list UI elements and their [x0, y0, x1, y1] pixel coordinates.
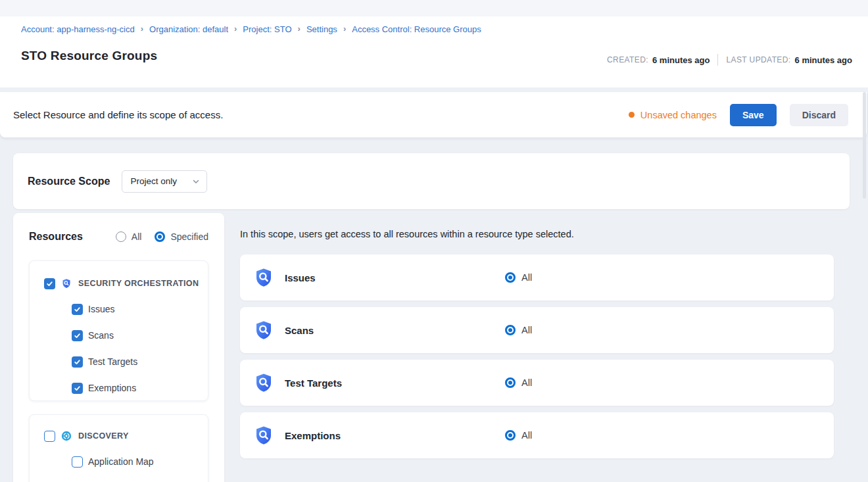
breadcrumb-organization[interactable]: Organization: default — [149, 24, 228, 34]
resource-row-label: Issues — [285, 272, 316, 283]
group-label: SECURITY ORCHESTRATION — [78, 279, 199, 288]
scrollbar-thumb[interactable] — [863, 92, 866, 199]
scope-note: In this scope, users get access to all r… — [240, 229, 834, 239]
save-button[interactable]: Save — [730, 104, 777, 126]
chevron-right-icon: › — [234, 24, 237, 34]
access-radio-all[interactable]: All — [505, 430, 532, 441]
resources-title: Resources — [29, 231, 83, 243]
chevron-right-icon: › — [298, 24, 301, 34]
checkbox-scans[interactable] — [72, 330, 83, 341]
resources-mode-radio-group: All Specified — [116, 231, 208, 242]
tree-item-exemptions[interactable]: Exemptions — [30, 375, 208, 401]
divider — [717, 54, 718, 66]
unsaved-changes-label: Unsaved changes — [640, 110, 717, 120]
top-strip — [0, 0, 868, 16]
resource-row-scans: Scans All — [240, 307, 834, 353]
shield-search-icon — [61, 278, 72, 289]
breadcrumb-project[interactable]: Project: STO — [243, 24, 291, 34]
checkbox-security-orchestration[interactable] — [44, 278, 55, 289]
tree-group-discovery[interactable]: DISCOVERY — [30, 423, 208, 448]
resource-row-label: Scans — [285, 325, 314, 336]
tree-item-test-targets[interactable]: Test Targets — [30, 349, 208, 375]
last-updated-label: LAST UPDATED: — [726, 55, 790, 64]
resource-row-test-targets: Test Targets All — [240, 360, 834, 406]
breadcrumb-account[interactable]: Account: app-harness-ng-cicd — [21, 24, 135, 34]
radio-option-specified[interactable]: Specified — [155, 231, 208, 242]
resources-panel-header: Resources All Specified — [13, 213, 224, 243]
chevron-right-icon: › — [141, 24, 143, 34]
breadcrumb: Account: app-harness-ng-cicd › Organizat… — [21, 24, 481, 34]
created-value: 6 minutes ago — [652, 55, 710, 65]
access-all-label: All — [521, 325, 532, 335]
shield-search-icon — [253, 267, 274, 288]
breadcrumb-settings[interactable]: Settings — [306, 24, 337, 34]
radar-icon — [61, 431, 72, 441]
access-all-label: All — [521, 377, 532, 388]
resource-row-exemptions: Exemptions All — [240, 412, 834, 458]
radio-all-label: All — [132, 231, 142, 242]
radio-unselected-icon[interactable] — [116, 231, 126, 242]
resource-group-card-security-orchestration: SECURITY ORCHESTRATION Issues Scans Test… — [29, 260, 208, 401]
resource-scope-selected-value: Project only — [130, 176, 177, 186]
radio-selected-icon[interactable] — [155, 231, 165, 242]
tree-item-issues[interactable]: Issues — [30, 296, 208, 322]
resource-row-label: Test Targets — [285, 377, 342, 389]
tree-item-application-map[interactable]: Application Map — [30, 448, 208, 475]
chevron-down-icon — [192, 178, 200, 185]
checkbox-issues[interactable] — [72, 304, 83, 315]
resources-panel: Resources All Specified — [13, 213, 224, 482]
toolbar-actions: Unsaved changes Save Discard — [629, 104, 848, 126]
shield-search-icon — [253, 425, 274, 446]
resource-access-list: In this scope, users get access to all r… — [240, 213, 834, 465]
chevron-right-icon: › — [343, 24, 346, 34]
page-header: Account: app-harness-ng-cicd › Organizat… — [0, 16, 868, 87]
access-radio-all[interactable]: All — [505, 325, 532, 335]
tree-item-label: Exemptions — [88, 383, 136, 393]
created-label: CREATED: — [607, 55, 648, 64]
tree-group-security-orchestration[interactable]: SECURITY ORCHESTRATION — [30, 271, 208, 296]
toolbar: Select Resource and define its scope of … — [0, 92, 867, 137]
breadcrumb-access-control[interactable]: Access Control: Resource Groups — [352, 24, 481, 34]
resource-row-label: Exemptions — [285, 430, 341, 441]
tree-item-label: Issues — [88, 304, 114, 314]
resource-scope-dropdown[interactable]: Project only — [122, 170, 207, 193]
shield-search-icon — [253, 320, 274, 341]
radio-specified-label: Specified — [170, 231, 208, 242]
shield-search-icon — [253, 372, 274, 393]
checkbox-test-targets[interactable] — [72, 356, 83, 368]
tree-item-scans[interactable]: Scans — [30, 322, 208, 349]
access-all-label: All — [521, 430, 532, 441]
unsaved-changes-status: Unsaved changes — [629, 110, 717, 120]
page-title: STO Resource Groups — [21, 49, 157, 63]
radio-option-all[interactable]: All — [116, 231, 142, 242]
access-radio-all[interactable]: All — [505, 272, 532, 283]
tree-item-label: Test Targets — [88, 356, 137, 367]
tree-item-label: Application Map — [88, 456, 154, 467]
unsaved-dot-icon — [629, 112, 635, 118]
tree-item-label: Scans — [88, 330, 114, 341]
radio-selected-icon[interactable] — [505, 325, 516, 335]
toolbar-description: Select Resource and define its scope of … — [13, 109, 223, 120]
checkbox-application-map[interactable] — [72, 456, 83, 468]
radio-selected-icon[interactable] — [505, 272, 516, 283]
access-all-label: All — [521, 272, 532, 283]
radio-selected-icon[interactable] — [505, 430, 516, 441]
radio-selected-icon[interactable] — [505, 377, 516, 388]
timestamps: CREATED: 6 minutes ago LAST UPDATED: 6 m… — [607, 54, 852, 66]
resource-scope-card: Resource Scope Project only — [13, 153, 850, 209]
access-radio-all[interactable]: All — [505, 377, 532, 388]
checkbox-exemptions[interactable] — [72, 383, 83, 394]
group-label: DISCOVERY — [78, 431, 129, 441]
last-updated-value: 6 minutes ago — [795, 55, 852, 65]
resource-group-card-discovery: DISCOVERY Application Map — [29, 414, 208, 482]
resource-row-issues: Issues All — [240, 254, 834, 301]
discard-button[interactable]: Discard — [790, 104, 848, 126]
checkbox-discovery[interactable] — [44, 431, 55, 442]
resource-scope-label: Resource Scope — [28, 176, 110, 187]
